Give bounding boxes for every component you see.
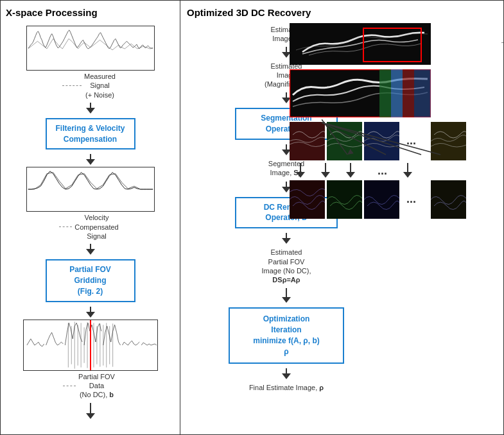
svg-rect-26 [414,69,431,117]
svg-line-48 [322,123,440,155]
arrow-to-velocity [86,154,95,165]
partial-fov-label: Partial FOVData(No DC), b [78,372,115,400]
svg-rect-41 [364,180,399,219]
svg-rect-39 [327,180,362,219]
filtering-box: Filtering & Velocity Compensation [46,118,135,150]
svg-line-47 [322,123,421,155]
svg-rect-37 [290,180,325,219]
dc-arrows-row: ... [296,163,501,178]
magnified-image-panel [290,69,501,119]
svg-rect-19 [290,23,431,65]
main-container: X-space Processing MeasuredSignal(+ Nois… [0,0,504,435]
right-title: Optimized 3D DC Recovery [187,7,497,18]
left-panel: X-space Processing MeasuredSignal(+ Nois… [1,1,180,434]
svg-rect-44 [431,180,466,219]
svg-rect-23 [379,69,391,117]
estimated-image-panel [290,23,501,67]
svg-rect-24 [391,69,403,117]
svg-rect-25 [403,69,414,117]
arrow-to-gridding [86,244,95,255]
measured-signal-label: MeasuredSignal(+ Noise) [84,72,116,99]
estimated-partial-label: EstimatedPartial FOVImage (No DC),DSρ=Aρ [261,248,311,284]
velocity-signal-box [26,167,155,212]
svg-rect-28 [290,122,325,160]
arrow-to-partial [86,307,95,318]
partial-fov-box: Partial FOVGridding(Fig. 2) [46,259,135,302]
svg-text:...: ... [406,192,416,205]
measured-signal-box [26,26,155,71]
arrow-to-optimization [86,403,95,419]
velocity-signal-label: VelocityCompensatedSignal [74,213,119,241]
right-panel: Optimized 3D DC Recovery EstimatedImage,… [180,1,503,434]
svg-rect-0 [28,26,152,70]
partial-fov-data-box [23,320,158,371]
arrow-to-filtering [86,103,95,114]
arrow5 [282,233,291,244]
left-title: X-space Processing [6,7,98,18]
svg-line-46 [322,123,386,155]
fan-arrows [322,119,450,158]
arrow6 [282,288,291,303]
optimization-box: OptimizationIterationminimize f(A, ρ, b)… [229,307,344,363]
estimated-partial-row: ... [290,180,501,219]
arrow7 [282,368,291,379]
final-estimate-label: Final Estimate Image, ρ [249,383,324,392]
